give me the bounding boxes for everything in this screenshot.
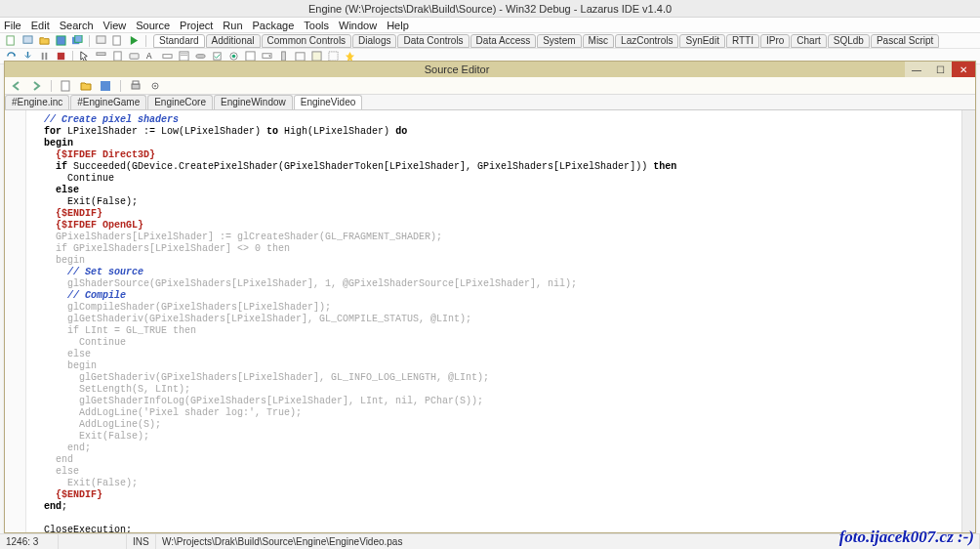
open-file-icon[interactable] bbox=[78, 78, 94, 94]
back-icon[interactable] bbox=[9, 78, 24, 94]
new-form-icon[interactable] bbox=[20, 34, 35, 48]
palette-tab-system[interactable]: System bbox=[537, 34, 581, 48]
palette-tab-pascal-script[interactable]: Pascal Script bbox=[871, 34, 939, 48]
code-editor[interactable]: // Create pixel shaders for LPixelShader… bbox=[26, 110, 961, 532]
file-tab-enginegame[interactable]: #EngineGame bbox=[70, 95, 146, 109]
units-icon[interactable] bbox=[109, 34, 125, 48]
new-page-icon[interactable] bbox=[59, 78, 74, 94]
svg-rect-27 bbox=[328, 52, 337, 61]
editor-title-bar[interactable]: Source Editor — ☐ ✕ bbox=[5, 62, 975, 77]
editor-title-text: Source Editor bbox=[9, 63, 905, 75]
svg-point-21 bbox=[231, 55, 235, 59]
menu-tools[interactable]: Tools bbox=[304, 20, 329, 31]
svg-rect-11 bbox=[113, 52, 120, 61]
status-position: 1246: 3 bbox=[0, 534, 59, 549]
menu-edit[interactable]: Edit bbox=[31, 20, 50, 31]
editor-toolbar bbox=[5, 77, 975, 95]
palette-tab-additional[interactable]: Additional bbox=[206, 34, 261, 48]
status-mode: INS bbox=[127, 534, 156, 549]
main-title-bar: Engine (W:\Projects\Drak\Build\Source) -… bbox=[0, 0, 980, 18]
toolbar-separator bbox=[120, 80, 121, 92]
save-icon[interactable] bbox=[53, 34, 68, 48]
svg-rect-0 bbox=[6, 36, 13, 45]
svg-rect-22 bbox=[245, 52, 254, 61]
palette-tab-common-controls[interactable]: Common Controls bbox=[262, 34, 352, 48]
menu-window[interactable]: Window bbox=[339, 20, 377, 31]
palette-tab-misc[interactable]: Misc bbox=[583, 34, 615, 48]
run-icon[interactable] bbox=[126, 34, 142, 48]
status-bar: 1246: 3 INS W:\Projects\Drak\Build\Sourc… bbox=[0, 533, 980, 549]
palette-tab-standard[interactable]: Standard bbox=[153, 34, 205, 48]
menu-run[interactable]: Run bbox=[223, 20, 242, 31]
svg-rect-29 bbox=[101, 81, 110, 91]
palette-tab-synedit[interactable]: SynEdit bbox=[679, 34, 724, 48]
palette-tab-ipro[interactable]: IPro bbox=[760, 34, 790, 48]
palette-tab-lazcontrols[interactable]: LazControls bbox=[615, 34, 678, 48]
palette-tab-data-controls[interactable]: Data Controls bbox=[397, 34, 469, 48]
svg-rect-5 bbox=[96, 36, 104, 43]
main-title: Engine (W:\Projects\Drak\Build\Source) -… bbox=[308, 3, 672, 15]
svg-rect-18 bbox=[195, 55, 204, 59]
open-icon[interactable] bbox=[36, 34, 52, 48]
menu-help[interactable]: Help bbox=[387, 20, 409, 31]
svg-rect-8 bbox=[45, 53, 47, 60]
file-tab-enginewindow[interactable]: EngineWindow bbox=[214, 95, 293, 109]
new-unit-icon[interactable] bbox=[3, 34, 19, 48]
menu-search[interactable]: Search bbox=[60, 20, 94, 31]
svg-rect-30 bbox=[132, 84, 140, 89]
palette-tab-dialogs[interactable]: Dialogs bbox=[352, 34, 396, 48]
svg-rect-14 bbox=[162, 55, 171, 59]
svg-rect-24 bbox=[281, 52, 285, 61]
menu-source[interactable]: Source bbox=[136, 20, 170, 31]
svg-rect-12 bbox=[129, 54, 138, 60]
palette-tab-data-access[interactable]: Data Access bbox=[470, 34, 537, 48]
component-palette-tabs: StandardAdditionalCommon ControlsDialogs… bbox=[153, 34, 940, 48]
forward-icon[interactable] bbox=[28, 78, 44, 94]
toggle-form-icon[interactable] bbox=[93, 34, 108, 48]
editor-file-tabs: #Engine.inc#EngineGameEngineCoreEngineWi… bbox=[5, 95, 975, 110]
svg-rect-10 bbox=[96, 53, 104, 56]
svg-rect-31 bbox=[133, 81, 139, 84]
svg-text:A: A bbox=[145, 52, 151, 61]
file-tab-engineinc[interactable]: #Engine.inc bbox=[5, 95, 69, 109]
toolbar-separator bbox=[51, 80, 52, 92]
menu-project[interactable]: Project bbox=[180, 20, 213, 31]
svg-rect-26 bbox=[311, 52, 320, 61]
close-button[interactable]: ✕ bbox=[952, 62, 975, 77]
source-editor-window: Source Editor — ☐ ✕ #Engine.inc#EngineGa… bbox=[4, 61, 976, 533]
save-all-icon[interactable] bbox=[69, 34, 85, 48]
toolbar-separator bbox=[89, 35, 90, 47]
status-modified bbox=[59, 534, 127, 549]
svg-rect-25 bbox=[295, 53, 304, 61]
svg-rect-1 bbox=[22, 36, 31, 43]
settings-icon[interactable] bbox=[147, 78, 163, 94]
main-toolbar-row1: StandardAdditionalCommon ControlsDialogs… bbox=[0, 33, 980, 49]
watermark-text: foto.ijacek007.cz :-) bbox=[839, 528, 974, 547]
file-tab-enginecore[interactable]: EngineCore bbox=[147, 95, 213, 109]
svg-rect-6 bbox=[112, 36, 119, 45]
toolbar-separator bbox=[145, 35, 146, 47]
main-menu: File Edit Search View Source Project Run… bbox=[0, 18, 980, 33]
svg-point-33 bbox=[154, 85, 156, 87]
menu-file[interactable]: File bbox=[4, 20, 21, 31]
minimize-button[interactable]: — bbox=[905, 62, 928, 77]
palette-tab-rtti[interactable]: RTTI bbox=[726, 34, 759, 48]
svg-rect-28 bbox=[61, 81, 69, 91]
palette-tab-sqldb[interactable]: SQLdb bbox=[828, 34, 870, 48]
maximize-button[interactable]: ☐ bbox=[928, 62, 952, 77]
svg-rect-7 bbox=[41, 53, 43, 60]
svg-rect-4 bbox=[74, 35, 81, 42]
menu-view[interactable]: View bbox=[103, 20, 127, 31]
svg-rect-2 bbox=[56, 36, 64, 45]
palette-tab-chart[interactable]: Chart bbox=[791, 34, 826, 48]
save-file-icon[interactable] bbox=[98, 78, 113, 94]
line-gutter[interactable] bbox=[5, 110, 26, 532]
file-tab-enginevideo[interactable]: EngineVideo bbox=[294, 95, 363, 109]
menu-package[interactable]: Package bbox=[253, 20, 295, 31]
code-area: // Create pixel shaders for LPixelShader… bbox=[5, 110, 975, 532]
vertical-scrollbar[interactable] bbox=[961, 110, 975, 532]
print-icon[interactable] bbox=[128, 78, 143, 94]
svg-rect-9 bbox=[57, 53, 63, 60]
